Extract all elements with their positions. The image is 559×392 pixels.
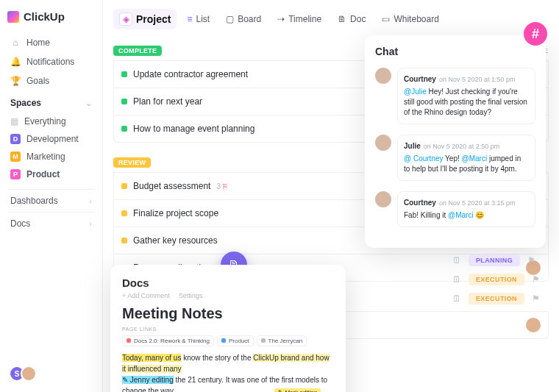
space-item[interactable]: PProduct: [7, 165, 95, 183]
logo-icon: [7, 11, 19, 23]
task-title: How to manage event planning: [133, 124, 254, 134]
docs-body[interactable]: Today, many of us know the story of the …: [122, 352, 334, 393]
status-square: [121, 238, 127, 243]
status-pill[interactable]: REVIEW: [113, 157, 151, 168]
cube-icon: ◈: [119, 13, 132, 26]
chat-message: Courtneyon Nov 5 2020 at 1:50 pm@Julie H…: [375, 68, 535, 124]
task-title: Budget assessment: [133, 181, 210, 191]
chevron-down-icon: ⌄: [85, 99, 92, 108]
task-title: Plan for next year: [133, 96, 202, 107]
space-badge: D: [10, 134, 21, 144]
chat-panel: # Chat Courtneyon Nov 5 2020 at 1:50 pm@…: [365, 35, 546, 248]
message-body: Courtneyon Nov 5 2020 at 1:50 pm@Julie H…: [397, 68, 535, 124]
status-pill[interactable]: COMPLETE: [113, 46, 162, 56]
hash-icon[interactable]: #: [524, 22, 547, 46]
view-project[interactable]: ◈Project: [113, 9, 177, 29]
space-item[interactable]: DDevelopment: [7, 130, 95, 148]
bell-icon: 🔔: [10, 57, 21, 67]
home-icon: ⌂: [10, 38, 21, 48]
avatar[interactable]: [375, 135, 391, 151]
task-title: Finalize project scope: [133, 208, 218, 218]
meta-row: 🗓PLANNING⚑: [452, 254, 540, 266]
calendar-icon[interactable]: 🗓: [452, 274, 461, 285]
calendar-icon[interactable]: 🗓: [452, 255, 461, 266]
settings-link[interactable]: Settings: [179, 292, 203, 299]
status-square: [121, 183, 127, 189]
status-square: [121, 71, 127, 77]
nav-notifications[interactable]: 🔔Notifications: [7, 52, 95, 71]
message-time: on Nov 5 2020 at 3:15 pm: [439, 199, 516, 207]
space-badge: M: [10, 152, 21, 162]
task-title: Gather key resources: [133, 235, 218, 246]
meta-row: 🗓EXECUTION⚑: [452, 274, 540, 285]
space-everything[interactable]: ▦Everything: [7, 113, 95, 130]
sidebar-dashboards[interactable]: Dashboards›: [7, 189, 95, 212]
space-badge: P: [10, 169, 21, 179]
docs-title: Docs: [122, 277, 334, 289]
meta-row: 🗓EXECUTION⚑: [452, 293, 540, 304]
brand-name: ClickUp: [24, 10, 65, 23]
status-square: [121, 210, 127, 216]
view-timeline[interactable]: ⇢Timeline: [271, 10, 327, 28]
message-author: Julie: [404, 142, 421, 150]
grid-icon: ▦: [10, 116, 18, 126]
mention[interactable]: @Marci: [462, 154, 488, 163]
list-icon: ≡: [187, 14, 192, 24]
avatar[interactable]: [375, 68, 391, 84]
tag-execution[interactable]: EXECUTION: [469, 274, 524, 285]
flag-icon[interactable]: ⚑: [532, 274, 540, 285]
tag-execution[interactable]: EXECUTION: [469, 293, 524, 304]
message-author: Courtney: [404, 75, 436, 83]
link-dot: [127, 338, 131, 343]
chevron-right-icon: ›: [89, 196, 92, 205]
space-label: Product: [26, 169, 60, 179]
doc-icon: 🗎: [338, 14, 346, 24]
avatar[interactable]: [21, 366, 37, 382]
add-comment-link[interactable]: + Add Comment: [122, 292, 170, 299]
spaces-header[interactable]: Spaces ⌄: [7, 90, 95, 113]
view-whiteboard[interactable]: ▭Whiteboard: [376, 10, 444, 28]
mark-editing-chip[interactable]: ✎ Mark editing: [274, 388, 321, 392]
chat-title: Chat: [375, 46, 535, 57]
board-icon: ▢: [226, 14, 234, 24]
mention[interactable]: @Julie: [404, 88, 427, 96]
space-label: Development: [26, 134, 79, 144]
link-dot: [261, 338, 266, 343]
chat-message: Julieon Nov 5 2020 at 2:50 pm@ Courtney …: [375, 135, 535, 181]
avatar[interactable]: [375, 191, 391, 207]
task-meta-column: 🗓PLANNING⚑ 🗓EXECUTION⚑ 🗓EXECUTION⚑: [452, 254, 540, 304]
message-body: Courtneyon Nov 5 2020 at 3:15 pmFab! Kil…: [397, 191, 535, 227]
page-link[interactable]: Product: [217, 335, 254, 346]
space-item[interactable]: MMarketing: [7, 148, 95, 165]
assignee-avatar[interactable]: [526, 318, 541, 332]
nav-home[interactable]: ⌂Home: [7, 33, 95, 52]
sidebar: ClickUp ⌂Home 🔔Notifications 🏆Goals Spac…: [0, 0, 103, 392]
view-list[interactable]: ≡List: [181, 10, 216, 28]
page-link[interactable]: Docs 2.0: Rework & Thinking: [122, 335, 214, 346]
mention[interactable]: @ Courtney: [404, 154, 444, 163]
subtask-count[interactable]: 3 ⎘: [216, 182, 227, 190]
docs-panel: Docs + Add Comment Settings Meeting Note…: [110, 265, 346, 392]
flag-icon[interactable]: ⚑: [527, 255, 535, 266]
view-board[interactable]: ▢Board: [220, 10, 267, 28]
mention[interactable]: @Marci: [448, 211, 474, 219]
chevron-right-icon: ›: [89, 219, 92, 228]
link-dot: [221, 338, 226, 343]
logo[interactable]: ClickUp: [7, 10, 95, 23]
task-title: Update contractor agreement: [133, 69, 248, 79]
chat-message: Courtneyon Nov 5 2020 at 3:15 pmFab! Kil…: [375, 191, 535, 227]
page-link[interactable]: The Jerrycan: [257, 335, 307, 346]
status-square: [121, 126, 127, 132]
nav-goals[interactable]: 🏆Goals: [7, 71, 95, 90]
docs-heading: Meeting Notes: [122, 305, 334, 322]
tag-planning[interactable]: PLANNING: [469, 254, 520, 266]
calendar-icon[interactable]: 🗓: [452, 293, 461, 304]
message-body: Julieon Nov 5 2020 at 2:50 pm@ Courtney …: [397, 135, 535, 181]
status-square: [121, 99, 127, 104]
sidebar-docs[interactable]: Docs›: [7, 212, 95, 235]
trophy-icon: 🏆: [10, 76, 21, 86]
user-avatars[interactable]: S: [9, 366, 32, 382]
view-doc[interactable]: 🗎Doc: [332, 10, 371, 28]
page-links-label: PAGE LINKS: [122, 327, 334, 332]
flag-icon[interactable]: ⚑: [532, 293, 540, 304]
